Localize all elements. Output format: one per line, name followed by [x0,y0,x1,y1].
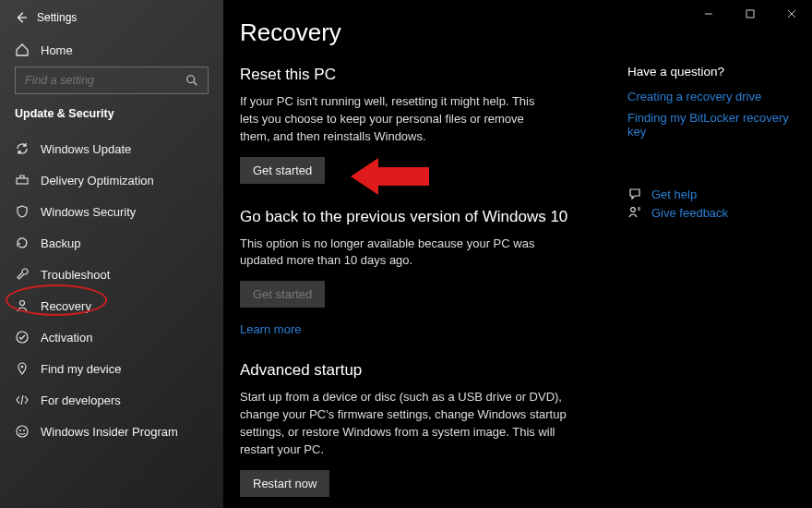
sidebar-item-label: Windows Security [41,205,136,219]
back-icon[interactable] [15,11,28,24]
svg-point-6 [19,429,21,431]
advanced-startup-section: Advanced startup Start up from a device … [240,361,616,496]
location-icon [15,361,30,376]
feedback-icon [627,205,642,220]
reset-body: If your PC isn't running well, resetting… [240,93,544,146]
sidebar-item-label: Activation [41,331,92,345]
sidebar-item-label: Delivery Optimization [41,174,154,187]
svg-marker-8 [351,158,429,195]
sync-icon [15,141,30,156]
reset-heading: Reset this PC [240,66,616,84]
link-recovery-drive[interactable]: Creating a recovery drive [627,90,797,103]
developers-icon [15,393,30,407]
main-area: Recovery Reset this PC If your PC isn't … [223,0,812,508]
svg-rect-10 [746,10,754,18]
have-question-title: Have a question? [627,65,797,79]
sidebar-category: Update & Security [0,107,223,129]
sidebar-item-troubleshoot[interactable]: Troubleshoot [0,259,223,290]
check-circle-icon [15,330,30,345]
minimize-button[interactable] [687,0,729,28]
sidebar-item-label: Troubleshoot [41,268,110,282]
svg-point-7 [23,429,25,431]
annotation-arrow [351,153,434,200]
sidebar-item-label: Backup [41,236,80,250]
svg-point-4 [21,366,24,369]
reset-get-started-button[interactable]: Get started [240,157,325,184]
sidebar-home-label: Home [41,43,73,57]
sidebar-item-backup[interactable]: Backup [0,227,223,259]
window-controls [687,0,812,28]
recovery-icon [15,298,30,313]
svg-rect-1 [17,178,28,184]
maximize-button[interactable] [729,0,770,28]
search-box[interactable] [15,67,209,94]
search-input[interactable] [25,74,182,87]
help-icon [627,187,642,201]
sidebar-item-label: Recovery [41,299,91,313]
search-icon [185,74,198,87]
get-help-row[interactable]: Get help [627,187,797,201]
goback-body: This option is no longer available becau… [240,236,544,271]
window-title: Settings [37,11,77,24]
sidebar-item-label: Windows Update [41,142,131,156]
sidebar-item-windows-update[interactable]: Windows Update [0,133,223,164]
sidebar-item-windows-security[interactable]: Windows Security [0,196,223,227]
sidebar-item-windows-insider[interactable]: Windows Insider Program [0,416,223,447]
get-help-link[interactable]: Get help [651,187,697,201]
advanced-heading: Advanced startup [240,361,616,380]
goback-heading: Go back to the previous version of Windo… [240,208,616,226]
sidebar-nav: Windows Update Delivery Optimization Win… [0,129,223,447]
advanced-body: Start up from a device or disc (such as … [240,389,572,458]
insider-icon [15,424,30,439]
reset-pc-section: Reset this PC If your PC isn't running w… [240,66,616,184]
backup-icon [15,236,30,250]
give-feedback-link[interactable]: Give feedback [651,206,728,220]
go-back-section: Go back to the previous version of Windo… [240,208,616,338]
restart-now-button[interactable]: Restart now [240,470,329,497]
settings-sidebar: Settings Home Update & Security Windows … [0,0,223,508]
sidebar-item-recovery[interactable]: Recovery [0,290,223,321]
svg-point-3 [17,332,28,343]
sidebar-item-delivery-optimization[interactable]: Delivery Optimization [0,164,223,196]
wrench-icon [15,267,30,282]
shield-icon [15,204,30,219]
learn-more-link[interactable]: Learn more [240,322,301,336]
sidebar-item-label: Windows Insider Program [41,425,178,439]
svg-point-2 [20,301,25,306]
sidebar-home[interactable]: Home [0,33,223,67]
content-column: Recovery Reset this PC If your PC isn't … [223,0,627,508]
sidebar-item-find-my-device[interactable]: Find my device [0,353,223,384]
sidebar-item-activation[interactable]: Activation [0,321,223,353]
sidebar-item-label: For developers [41,393,121,407]
goback-get-started-button: Get started [240,281,325,308]
close-button[interactable] [770,0,812,28]
right-column: Have a question? Creating a recovery dri… [627,0,812,508]
delivery-icon [15,173,30,187]
sidebar-item-label: Find my device [41,362,121,376]
svg-point-5 [17,426,28,437]
home-icon [15,42,30,57]
page-title: Recovery [240,18,616,47]
give-feedback-row[interactable]: Give feedback [627,205,797,220]
svg-point-9 [631,208,636,212]
svg-point-0 [187,76,195,83]
sidebar-item-for-developers[interactable]: For developers [0,384,223,416]
link-bitlocker-key[interactable]: Finding my BitLocker recovery key [627,111,797,139]
